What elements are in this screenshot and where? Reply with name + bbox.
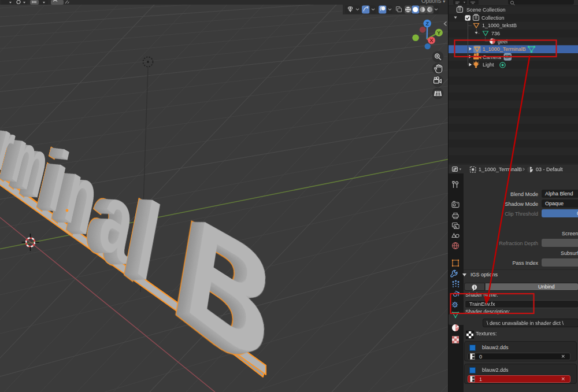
svg-text:Y: Y [437, 30, 440, 36]
svg-text:X: X [430, 38, 433, 43]
svg-text:Z: Z [425, 21, 429, 27]
